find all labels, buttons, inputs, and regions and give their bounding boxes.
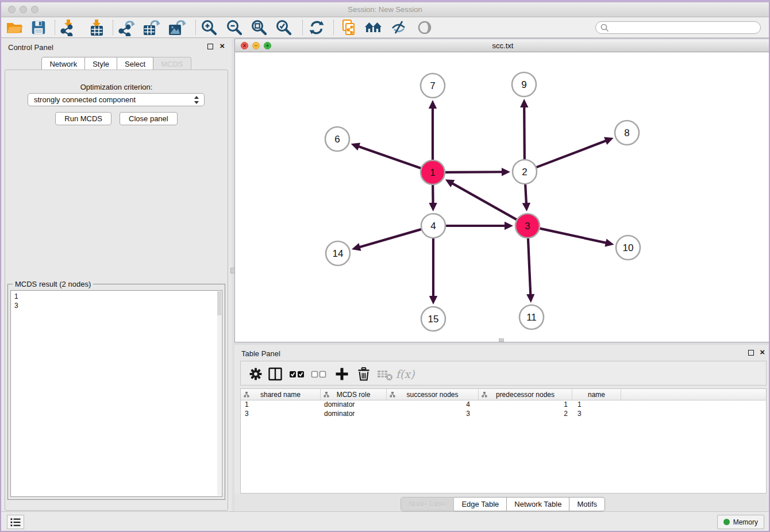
clone-network-icon[interactable] [339, 19, 359, 36]
float-panel-icon[interactable] [207, 44, 213, 49]
node-table: shared name MCDS role [240, 388, 767, 494]
import-table-icon[interactable] [87, 19, 106, 36]
panel-divider[interactable] [232, 38, 234, 515]
network-resize-grip[interactable] [499, 338, 504, 342]
table-row[interactable]: 3 dominator 3 2 3 [241, 410, 766, 419]
control-panel-title: Control Panel [8, 43, 53, 52]
export-network-icon[interactable] [117, 19, 136, 36]
criterion-value: strongly connected component [34, 95, 136, 104]
graph-node-label: 3 [525, 221, 530, 232]
float-table-panel-icon[interactable] [748, 350, 754, 356]
table-row[interactable]: 1 dominator 4 1 1 [241, 400, 766, 410]
edge-arrowhead [605, 238, 614, 246]
apply-layout-icon[interactable] [307, 19, 326, 36]
search-input[interactable] [612, 22, 760, 33]
mcds-result-box: MCDS result (2 nodes) 1 3 [7, 284, 225, 500]
main-titlebar: Session: New Session [1, 2, 769, 17]
edge-2-9[interactable] [524, 106, 525, 159]
toolbar-separator [195, 20, 196, 35]
column-settings-icon[interactable] [248, 366, 264, 382]
tab-node-table[interactable]: Node Table [401, 497, 455, 511]
mcds-result-text: 1 3 [10, 290, 222, 497]
application-window: Session: New Session [0, 0, 770, 532]
tab-network-table[interactable]: Network Table [507, 497, 569, 511]
graph-node-label: 10 [623, 242, 634, 253]
edge-arrowhead [502, 168, 510, 176]
table-panel-footer: Node Table Edge Table Network Table Moti… [234, 494, 770, 514]
hierarchy-icon [390, 392, 395, 398]
close-panel-icon[interactable]: × [220, 41, 225, 51]
column-header-shared-name[interactable]: shared name [241, 389, 321, 400]
toolbar-separator [333, 20, 334, 35]
edge-3-1[interactable] [451, 183, 517, 219]
table-tabs: Node Table Edge Table Network Table Moti… [234, 497, 770, 511]
import-network-icon[interactable] [58, 19, 78, 36]
graph-node-label: 6 [334, 134, 340, 145]
edge-arrowhead [429, 296, 437, 304]
zoom-in-icon[interactable] [199, 19, 219, 36]
table-panel-header: Table Panel × [234, 345, 770, 361]
tab-motifs[interactable]: Motifs [569, 497, 605, 511]
search-box[interactable] [595, 21, 761, 34]
delete-table-icon [377, 366, 393, 382]
graph-node-label: 9 [521, 79, 526, 90]
list-icon [9, 516, 22, 528]
criterion-dropdown[interactable]: strongly connected component [28, 93, 205, 106]
control-panel: Control Panel × Network Style Select MCD… [1, 38, 232, 515]
run-mcds-button[interactable]: Run MCDS [55, 112, 111, 125]
memory-button[interactable]: Memory [717, 515, 764, 529]
zoom-selected-icon[interactable] [274, 19, 294, 36]
hide-selected-icon[interactable] [389, 19, 409, 36]
column-header-predecessor-nodes[interactable]: predecessor nodes [479, 389, 572, 400]
save-session-icon[interactable] [29, 19, 48, 36]
edge-3-11[interactable] [528, 238, 530, 296]
graph-node-label: 1 [430, 167, 435, 178]
mcds-tab-content: Optimization criterion: strongly connect… [5, 70, 228, 511]
show-columns-icon[interactable] [267, 366, 283, 382]
function-builder-icon: f(x) [397, 366, 413, 382]
select-all-icon[interactable] [289, 366, 305, 382]
edge-arrowhead [526, 294, 534, 303]
column-header-name[interactable]: name [572, 389, 621, 400]
edge-1-2[interactable] [445, 172, 503, 172]
open-session-icon[interactable] [5, 19, 24, 36]
edge-2-3[interactable] [525, 184, 526, 205]
export-image-icon[interactable] [167, 19, 187, 36]
network-window-titlebar[interactable]: × − + scc.txt [235, 39, 770, 52]
column-header-mcds-role[interactable]: MCDS role [321, 389, 387, 400]
task-history-button[interactable] [7, 515, 24, 529]
hierarchy-icon [324, 392, 329, 398]
delete-column-icon[interactable] [356, 366, 372, 382]
memory-status-icon [723, 519, 730, 525]
edge-arrowhead [429, 203, 437, 211]
network-canvas[interactable]: 1234678910111415 [235, 52, 770, 342]
close-table-panel-icon[interactable]: × [760, 347, 765, 357]
edge-arrowhead [505, 222, 513, 230]
result-scrollbar[interactable] [217, 291, 221, 496]
add-column-icon[interactable] [334, 366, 350, 382]
edge-2-8[interactable] [537, 140, 607, 167]
zoom-out-icon[interactable] [225, 19, 244, 36]
mcds-result-title: MCDS result (2 nodes) [13, 280, 93, 288]
birds-eye-icon[interactable] [415, 19, 434, 36]
memory-label: Memory [733, 518, 758, 526]
edge-arrowhead [351, 142, 361, 151]
column-header-successor-nodes[interactable]: successor nodes [387, 389, 479, 400]
home-view-icon[interactable] [364, 19, 383, 36]
edge-1-6[interactable] [357, 146, 421, 168]
search-icon [600, 23, 610, 33]
tab-edge-table[interactable]: Edge Table [454, 497, 507, 511]
graph-node-label: 4 [430, 221, 436, 232]
graph-node-label: 2 [522, 167, 527, 178]
hierarchy-icon [244, 392, 249, 398]
deselect-all-icon[interactable] [311, 366, 327, 382]
graph-node-label: 8 [624, 128, 629, 138]
main-toolbar [1, 17, 769, 38]
graph-node-label: 11 [526, 312, 537, 323]
edge-4-14[interactable] [359, 229, 421, 248]
zoom-fit-icon[interactable] [249, 19, 269, 36]
edge-3-10[interactable] [540, 229, 607, 243]
close-panel-button[interactable]: Close panel [120, 112, 178, 125]
export-table-icon[interactable] [141, 19, 161, 36]
network-window-title: scc.txt [235, 41, 770, 50]
